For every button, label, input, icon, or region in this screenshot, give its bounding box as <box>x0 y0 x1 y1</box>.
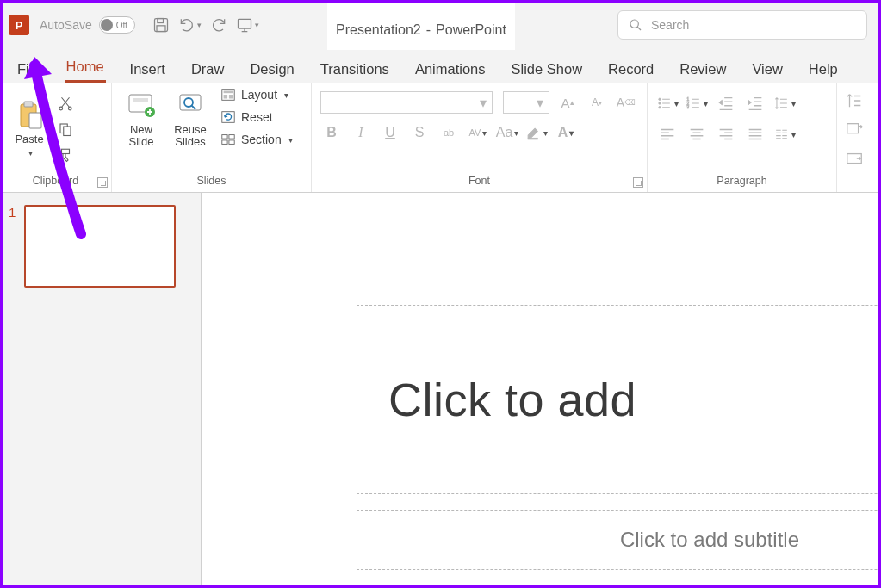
strike-button[interactable]: S <box>408 122 431 143</box>
smartart-button[interactable] <box>845 150 864 169</box>
font-family-select[interactable]: ▾ <box>320 91 493 114</box>
tab-design[interactable]: Design <box>248 56 295 83</box>
bold-button[interactable]: B <box>320 122 343 143</box>
slideshow-button[interactable]: ▾ <box>236 16 259 34</box>
line-spacing-button[interactable]: ▾ <box>773 93 796 114</box>
tab-insert[interactable]: Insert <box>128 56 167 83</box>
tab-slideshow[interactable]: Slide Show <box>510 56 585 83</box>
workspace: 1 Click to add Click to add subtitle <box>0 193 881 588</box>
chevron-down-icon: ▾ <box>197 21 202 29</box>
increase-font-button[interactable]: A▴ <box>556 92 579 113</box>
tab-file[interactable]: File <box>16 56 42 83</box>
cut-button[interactable] <box>55 93 76 114</box>
app-icon: P <box>9 15 29 35</box>
align-right-button[interactable] <box>715 124 737 145</box>
paste-button[interactable]: Paste▾ <box>5 96 53 162</box>
svg-point-29 <box>659 102 661 104</box>
svg-rect-19 <box>224 91 233 94</box>
tab-draw[interactable]: Draw <box>189 56 226 83</box>
numbering-button[interactable]: 123▾ <box>686 93 708 114</box>
svg-point-4 <box>630 20 638 28</box>
title-bar: P AutoSave Off ▾ ▾ Presentation2 - Power… <box>0 0 881 50</box>
slide-thumbnails-panel[interactable]: 1 <box>0 193 202 588</box>
svg-rect-24 <box>222 140 227 145</box>
group-label-paragraph: Paragraph <box>717 175 766 187</box>
svg-rect-34 <box>847 124 859 133</box>
svg-point-30 <box>659 107 661 108</box>
svg-rect-26 <box>229 140 234 145</box>
autosave-label: AutoSave <box>40 18 92 32</box>
search-icon <box>629 18 642 32</box>
ribbon-tabs: File Home Insert Draw Design Transitions… <box>0 50 881 83</box>
clipboard-dialog-launcher[interactable] <box>97 177 108 188</box>
group-label-slides: Slides <box>196 175 226 187</box>
increase-indent-button[interactable] <box>744 93 766 114</box>
svg-rect-1 <box>158 19 164 23</box>
title-placeholder[interactable]: Click to add <box>357 305 881 494</box>
copy-button[interactable] <box>55 119 76 139</box>
thumb-number: 1 <box>9 205 16 288</box>
underline-button[interactable]: U <box>379 122 401 143</box>
svg-point-28 <box>659 98 661 100</box>
svg-rect-3 <box>238 19 251 28</box>
svg-rect-21 <box>229 95 233 99</box>
justify-button[interactable] <box>744 124 766 145</box>
reuse-slides-button[interactable]: Reuse Slides <box>169 86 212 152</box>
doc-name: Presentation2 <box>336 22 421 38</box>
italic-button[interactable]: I <box>350 122 372 143</box>
bullets-button[interactable]: ▾ <box>656 93 679 114</box>
slide-canvas[interactable]: Click to add Click to add subtitle <box>202 193 881 588</box>
autosave-state: Off <box>116 21 127 30</box>
reset-button[interactable]: Reset <box>219 108 295 126</box>
tab-record[interactable]: Record <box>606 56 655 83</box>
align-left-button[interactable] <box>656 124 679 145</box>
quick-access-toolbar: ▾ ▾ <box>152 16 259 34</box>
columns-button[interactable]: ▾ <box>773 124 796 145</box>
decrease-font-button[interactable]: A▾ <box>586 92 608 113</box>
layout-button[interactable]: Layout▾ <box>219 86 295 103</box>
decrease-indent-button[interactable] <box>715 93 737 114</box>
autosave-toggle[interactable]: Off <box>99 16 135 34</box>
section-button[interactable]: Section▾ <box>219 131 295 148</box>
char-spacing-button[interactable]: AV▾ <box>467 122 489 143</box>
clear-formatting-button[interactable]: A⌫ <box>615 92 637 113</box>
svg-point-8 <box>59 107 63 110</box>
search-placeholder: Search <box>651 18 689 32</box>
format-painter-button[interactable] <box>55 145 76 165</box>
tab-home[interactable]: Home <box>65 53 106 83</box>
font-color-button[interactable]: A▾ <box>555 122 577 143</box>
tab-review[interactable]: Review <box>678 56 728 83</box>
svg-rect-6 <box>24 102 33 107</box>
svg-rect-23 <box>222 135 227 139</box>
svg-rect-25 <box>229 135 234 139</box>
tab-help[interactable]: Help <box>807 56 840 83</box>
text-direction-button[interactable] <box>845 91 864 110</box>
svg-rect-12 <box>62 149 70 153</box>
save-button[interactable] <box>152 16 170 34</box>
font-dialog-launcher[interactable] <box>633 177 643 188</box>
autosave-control[interactable]: AutoSave Off <box>40 16 135 34</box>
svg-rect-14 <box>133 98 148 102</box>
tab-transitions[interactable]: Transitions <box>319 56 391 83</box>
chevron-down-icon: ▾ <box>255 21 259 29</box>
svg-rect-20 <box>224 95 228 99</box>
svg-rect-16 <box>180 95 201 110</box>
group-label-font: Font <box>468 175 490 187</box>
align-text-button[interactable] <box>845 121 864 139</box>
tab-animations[interactable]: Animations <box>413 56 487 83</box>
search-input[interactable]: Search <box>617 10 867 40</box>
align-center-button[interactable] <box>686 124 708 145</box>
undo-button[interactable]: ▾ <box>178 16 202 34</box>
subtitle-placeholder[interactable]: Click to add subtitle <box>357 510 881 570</box>
font-size-select[interactable]: ▾ <box>503 91 549 114</box>
new-slide-button[interactable]: New Slide <box>117 86 165 152</box>
tab-view[interactable]: View <box>750 56 784 83</box>
text-shadow-button[interactable]: ab <box>437 122 460 143</box>
redo-button[interactable] <box>210 16 227 34</box>
change-case-button[interactable]: Aa▾ <box>496 122 518 143</box>
svg-rect-27 <box>528 138 537 139</box>
document-title: Presentation2 - PowerPoint <box>327 0 515 50</box>
slide-thumbnail-1[interactable] <box>24 205 176 288</box>
highlight-button[interactable]: ▾ <box>525 122 548 143</box>
svg-rect-11 <box>64 127 71 136</box>
